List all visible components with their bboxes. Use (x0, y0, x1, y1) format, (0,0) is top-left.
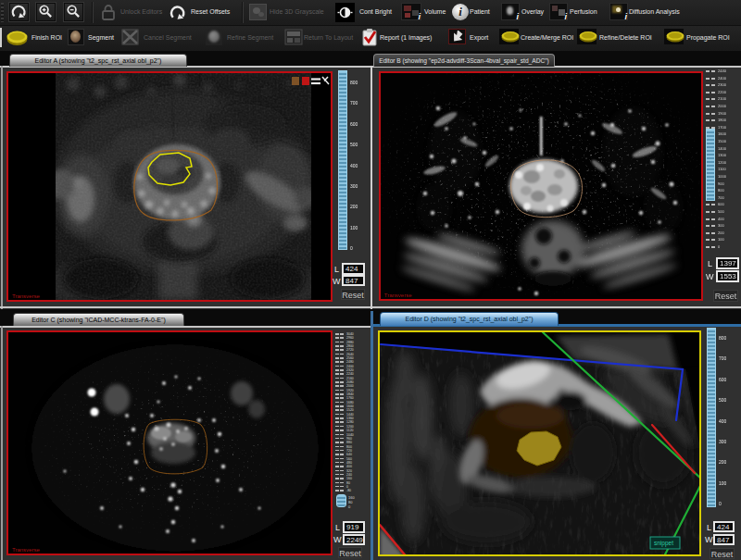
svg-text:Transverse: Transverse (12, 547, 40, 553)
svg-text:Transverse: Transverse (12, 293, 40, 299)
svg-text:Transverse: Transverse (384, 292, 412, 298)
svg-text:snippet: snippet (654, 540, 673, 547)
